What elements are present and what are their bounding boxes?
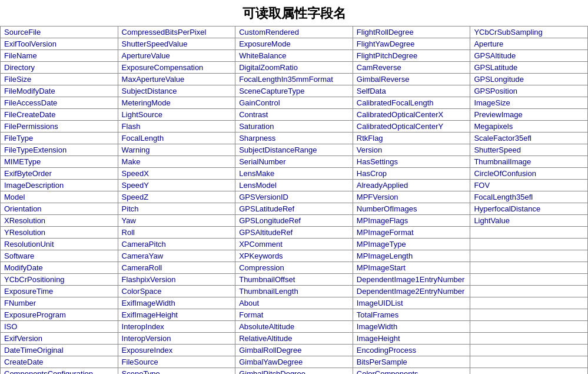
field-cell: DependentImage1EntryNumber [353,274,471,286]
field-cell: SpeedY [118,180,236,191]
field-cell: ScaleFactor35efl [470,133,588,144]
field-cell: GimbalPitchDegree [235,368,353,374]
field-cell: CustomRendered [235,27,353,38]
field-cell [470,274,588,286]
field-cell [470,250,588,262]
field-cell: NumberOfImages [353,203,471,215]
field-cell: GPSAltitudeRef [235,227,353,239]
field-cell: ModifyDate [1,262,118,274]
field-cell: FlightRollDegree [353,27,471,38]
field-cell: GPSLongitudeRef [235,215,353,227]
field-cell [470,227,588,239]
field-cell: GimbalRollDegree [235,345,353,356]
field-cell: FocalLength35efl [470,191,588,203]
field-grid: SourceFileCompressedBitsPerPixelCustomRe… [0,26,588,374]
field-cell: FileSize [1,74,118,85]
field-cell: Model [1,191,118,203]
field-cell: FilePermissions [1,121,118,133]
field-cell: CalibratedFocalLength [353,97,471,109]
field-cell: ResolutionUnit [1,239,118,250]
field-cell: FlightYawDegree [353,38,471,50]
field-cell: LightSource [118,109,236,121]
field-cell: SceneType [118,368,236,374]
field-cell: Roll [118,227,236,239]
field-cell: SpeedX [118,168,236,180]
field-cell: FileModifyDate [1,85,118,97]
field-cell: FileSource [118,356,236,368]
field-cell: ShutterSpeed [470,144,588,156]
page-title: 可读取属性字段名 [0,0,588,26]
field-cell: SerialNumber [235,156,353,168]
field-cell [470,262,588,274]
field-cell: GPSLatitude [470,62,588,74]
field-cell: Flash [118,121,236,133]
field-cell: GPSLatitudeRef [235,203,353,215]
field-cell: InteropIndex [118,321,236,333]
field-cell: AbsoluteAltitude [235,321,353,333]
field-cell: MPFVersion [353,191,471,203]
field-cell: HasCrop [353,168,471,180]
field-cell: FOV [470,180,588,191]
field-cell: MaxApertureValue [118,74,236,85]
field-cell: SceneCaptureType [235,85,353,97]
field-cell [470,239,588,250]
field-cell: CameraYaw [118,250,236,262]
field-cell [470,286,588,297]
field-cell: CameraPitch [118,239,236,250]
field-cell: SubjectDistance [118,85,236,97]
field-cell: ImageWidth [353,321,471,333]
field-cell: FocalLengthIn35mmFormat [235,74,353,85]
field-cell: LensMake [235,168,353,180]
field-cell: Format [235,309,353,321]
field-cell [470,345,588,356]
field-cell: Pitch [118,203,236,215]
field-cell: ColorComponents [353,368,471,374]
field-cell: ExposureProgram [1,309,118,321]
field-cell: ExifByteOrder [1,168,118,180]
field-cell: FileTypeExtension [1,144,118,156]
field-cell: Compression [235,262,353,274]
field-cell: GimbalYawDegree [235,356,353,368]
field-cell: RelativeAltitude [235,333,353,345]
field-cell: ComponentsConfiguration [1,368,118,374]
field-cell [470,321,588,333]
field-cell: Orientation [1,203,118,215]
field-cell: SourceFile [1,27,118,38]
field-cell: GPSPosition [470,85,588,97]
field-cell: FlightPitchDegree [353,50,471,62]
field-cell: LightValue [470,215,588,227]
field-cell: Sharpness [235,133,353,144]
field-cell: CompressedBitsPerPixel [118,27,236,38]
field-cell: ExifImageHeight [118,309,236,321]
field-cell: HyperfocalDistance [470,203,588,215]
field-cell: MeteringMode [118,97,236,109]
field-cell: ThumbnailOffset [235,274,353,286]
field-cell: MPImageFlags [353,215,471,227]
field-cell: ApertureValue [118,50,236,62]
field-cell: DateTimeOriginal [1,345,118,356]
field-cell [470,309,588,321]
field-cell: EncodingProcess [353,345,471,356]
field-cell: CircleOfConfusion [470,168,588,180]
field-cell: AlreadyApplied [353,180,471,191]
field-cell: ImageUIDList [353,297,471,309]
field-cell: SubjectDistanceRange [235,144,353,156]
field-cell: ImageHeight [353,333,471,345]
field-cell: ThumbnailImage [470,156,588,168]
field-cell: HasSettings [353,156,471,168]
field-cell: FileType [1,133,118,144]
field-cell: YCbCrPositioning [1,274,118,286]
field-cell: GimbalReverse [353,74,471,85]
field-cell: Megapixels [470,121,588,133]
field-cell: ExifImageWidth [118,297,236,309]
field-cell: XResolution [1,215,118,227]
field-cell: FileName [1,50,118,62]
field-cell: ImageSize [470,97,588,109]
field-cell: Contrast [235,109,353,121]
field-cell: MPImageStart [353,262,471,274]
field-cell: ExifVersion [1,333,118,345]
field-cell: CalibratedOpticalCenterX [353,109,471,121]
field-cell: RtkFlag [353,133,471,144]
field-cell: YResolution [1,227,118,239]
field-cell: Version [353,144,471,156]
